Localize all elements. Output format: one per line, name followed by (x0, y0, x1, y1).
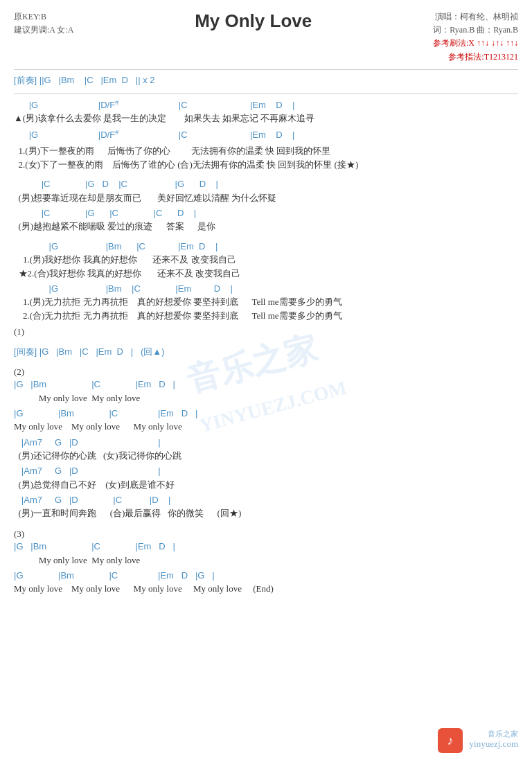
prechorus-chord1: |C |G D |C |G D | (14, 178, 518, 191)
section3-label: (3) (14, 527, 518, 541)
section2-label: (2) (14, 365, 518, 379)
s3-lyric1: My only love My only love (14, 554, 518, 567)
interlude-section: [间奏] |G |Bm |C |Em D | (回▲) (14, 346, 518, 358)
s2-lyric1: My only love My only love (14, 391, 518, 405)
s2-chord4: |Am7 G |D | (14, 465, 518, 477)
words-label: 词：Ryan.B 曲：Ryan.B (433, 24, 518, 37)
strumming-label: 参考刷法:X ↑↑↓ ↓↑↓ ↑↑↓ (433, 37, 518, 50)
chorus-chord2: |G |Bm |C |Em D | (14, 283, 518, 295)
verse-a-section: |G |D/F# |C |Em D | ▲(男)该拿什么去爱你 是我一生的决定 … (14, 98, 518, 172)
section2: (2) |G |Bm |C |Em D | My only love My on… (14, 365, 518, 520)
s2-lyric2: My only love My only love My only love (14, 420, 518, 434)
intro-chords: [前奏] ||G |Bm |C |Em D || x 2 (14, 74, 518, 87)
page: 音乐之家YINYUEZJ.COM 原KEY:B 建议男调:A 女:A My On… (0, 0, 532, 760)
watermark-url: 音乐之家 (488, 729, 518, 739)
chorus-lyric2b: 2.(合)无力抗拒 无力再抗拒 真的好想爱你 要坚持到底 Tell me需要多少… (14, 309, 518, 323)
s2-chord2: |G |Bm |C |Em D | (14, 407, 518, 420)
intro-section: [前奏] ||G |Bm |C |Em D || x 2 (14, 74, 518, 87)
prechorus-lyric1: (男)想要靠近现在却是朋友而已 美好回忆难以清醒 为什么怀疑 (14, 191, 518, 205)
header-left: 原KEY:B 建议男调:A 女:A (14, 10, 73, 64)
prechorus-chord2: |C |G |C |C D | (14, 207, 518, 220)
interlude-chords: [间奏] |G |Bm |C |Em D | (回▲) (14, 346, 518, 358)
section3: (3) |G |Bm |C |Em D | My only love My on… (14, 527, 518, 596)
s2-lyric4: (男)总觉得自己不好 (女)到底是谁不好 (14, 478, 518, 492)
chorus-section: |G |Bm |C |Em D | 1.(男)我好想你 我真的好想你 还来不及 … (14, 240, 518, 339)
key-label: 原KEY:B (14, 10, 73, 24)
s2-chord1: |G |Bm |C |Em D | (14, 378, 518, 391)
s2-chord5: |Am7 G |D |C |D | (14, 494, 518, 506)
s2-lyric3: (男)还记得你的心跳 (女)我记得你的心跳 (14, 449, 518, 463)
song-title: My Only Love (73, 10, 433, 32)
chorus-lyric2a: 1.(男)无力抗拒 无力再抗拒 真的好想爱你 要坚持到底 Tell me需要多少… (14, 295, 518, 309)
header-center: My Only Love (73, 10, 433, 64)
suggest-label: 建议男调:A 女:A (14, 24, 73, 37)
s2-chord3: |Am7 G |D | (14, 436, 518, 449)
chorus-note1: (1) (14, 325, 518, 339)
s2-lyric5: (男)一直和时间奔跑 (合)最后赢得 你的微笑 (回★) (14, 506, 518, 520)
verse-a-chord1: |G |D/F# |C |Em D | (14, 98, 518, 112)
singer-label: 演唱：柯有纶、林明祯 (433, 10, 518, 24)
s3-chord1: |G |Bm |C |Em D | (14, 540, 518, 553)
music-logo-icon: ♪ (438, 728, 463, 753)
verse-a-lyric1: ▲(男)该拿什么去爱你 是我一生的决定 如果失去 如果忘记 不再麻木追寻 (14, 112, 518, 125)
prechorus-section: |C |G D |C |G D | (男)想要靠近现在却是朋友而已 美好回忆难以… (14, 178, 518, 233)
chorus-lyric1a: 1.(男)我好想你 我真的好想你 还来不及 改变我自己 (14, 253, 518, 267)
s3-lyric2: My only love My only love My only love M… (14, 582, 518, 596)
header: 原KEY:B 建议男调:A 女:A My Only Love 演唱：柯有纶、林明… (14, 10, 518, 64)
chorus-chord1: |G |Bm |C |Em D | (14, 240, 518, 253)
verse-a-lyric2a: 1.(男)下一整夜的雨 后悔伤了你的心 无法拥有你的温柔 快 回到我的怀里 (14, 144, 518, 158)
s3-chord2: |G |Bm |C |Em D |G | (14, 569, 518, 582)
fingering-label: 参考指法:T1213121 (433, 51, 518, 64)
chorus-lyric1b: ★2.(合)我好想你 我真的好想你 还来不及 改变我自己 (14, 267, 518, 281)
verse-a-chord2: |G |D/F# |C |Em D | (14, 128, 518, 142)
prechorus-lyric2: (男)越抱越紧不能喘吸 爱过的痕迹 答案 是你 (14, 220, 518, 233)
verse-a-lyric2b: 2.(女)下了一整夜的雨 后悔伤了谁的心 (合)无法拥有你的温柔 快 回到我的怀… (14, 158, 518, 172)
watermark-site: yinyuezj.com (470, 739, 518, 750)
header-right: 演唱：柯有纶、林明祯 词：Ryan.B 曲：Ryan.B 参考刷法:X ↑↑↓ … (433, 10, 518, 64)
